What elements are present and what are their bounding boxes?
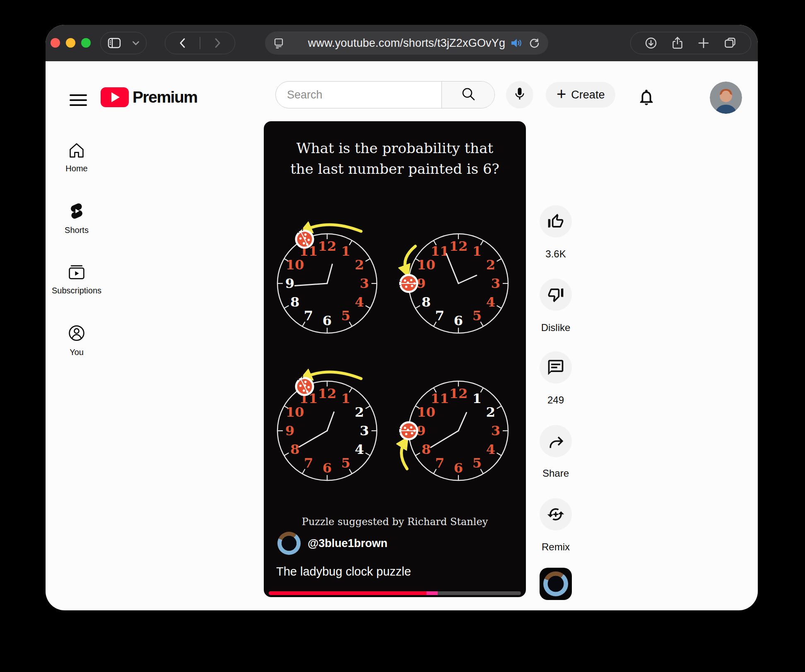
sidebar-item-you[interactable]: You <box>46 324 108 357</box>
search-button[interactable] <box>441 82 494 108</box>
svg-text:6: 6 <box>454 460 463 476</box>
youtube-premium-logo[interactable]: Premium <box>101 87 197 107</box>
chevron-down-icon[interactable] <box>132 41 140 46</box>
address-bar[interactable]: www.youtube.com/shorts/t3jZ2xGOvYg <box>265 31 548 55</box>
svg-text:10: 10 <box>286 404 304 420</box>
create-button[interactable]: + Create <box>546 82 615 108</box>
notifications-button[interactable] <box>637 88 656 108</box>
audio-playing-icon[interactable] <box>511 38 522 48</box>
zoom-window-button[interactable] <box>81 38 91 48</box>
like-button[interactable] <box>540 205 572 238</box>
svg-text:2: 2 <box>355 257 364 273</box>
menu-button[interactable] <box>69 92 88 108</box>
svg-text:10: 10 <box>286 257 304 273</box>
downloads-icon[interactable] <box>645 37 657 49</box>
sidebar-item-home[interactable]: Home <box>46 142 108 173</box>
home-icon <box>67 142 86 158</box>
channel-row: @3blue1brown <box>277 532 388 555</box>
comments-button[interactable] <box>540 351 572 384</box>
svg-text:9: 9 <box>285 276 294 291</box>
svg-text:8: 8 <box>422 442 431 457</box>
remix-icon <box>547 505 565 523</box>
svg-text:2: 2 <box>486 404 495 420</box>
svg-text:10: 10 <box>417 257 436 273</box>
like-count: 3.6K <box>523 248 589 260</box>
svg-text:7: 7 <box>304 308 313 324</box>
svg-text:7: 7 <box>435 455 444 471</box>
shorts-icon <box>67 202 86 220</box>
svg-text:12: 12 <box>449 238 468 254</box>
svg-text:4: 4 <box>486 442 495 457</box>
microphone-icon <box>512 86 527 103</box>
svg-text:4: 4 <box>355 442 364 457</box>
comments-count: 249 <box>523 394 589 406</box>
svg-text:11: 11 <box>431 391 449 406</box>
remix-label: Remix <box>523 541 589 553</box>
svg-text:3: 3 <box>491 276 500 291</box>
svg-text:4: 4 <box>486 294 495 310</box>
dislike-button[interactable] <box>540 278 572 311</box>
youtube-play-icon <box>101 87 129 107</box>
svg-text:12: 12 <box>318 386 337 401</box>
comment-icon <box>547 358 565 377</box>
nav-divider <box>200 37 200 49</box>
bell-icon <box>637 101 656 108</box>
channel-avatar[interactable] <box>277 532 301 555</box>
close-window-button[interactable] <box>51 38 60 48</box>
tab-overview-icon[interactable] <box>723 37 737 49</box>
svg-text:1: 1 <box>472 391 482 406</box>
nav-button-group <box>165 32 235 54</box>
attribution-text: Puzzle suggested by Richard Stanley <box>264 516 526 528</box>
svg-text:6: 6 <box>323 460 332 476</box>
channel-handle[interactable]: @3blue1brown <box>308 537 388 550</box>
channel-thumbnail[interactable] <box>540 568 572 600</box>
browser-window: www.youtube.com/shorts/t3jZ2xGOvYg <box>46 25 758 610</box>
svg-text:5: 5 <box>341 308 350 324</box>
minimize-window-button[interactable] <box>66 38 75 48</box>
share-button[interactable] <box>540 425 572 457</box>
video-title: The ladybug clock puzzle <box>276 565 411 578</box>
svg-text:1: 1 <box>341 243 350 259</box>
video-question-text: What is the probability that the last nu… <box>264 138 526 179</box>
svg-text:5: 5 <box>472 455 482 471</box>
sidebar-item-label: Subscriptions <box>46 286 108 295</box>
svg-text:3: 3 <box>491 423 500 439</box>
url-text: www.youtube.com/shorts/t3jZ2xGOvYg <box>265 37 548 50</box>
svg-text:8: 8 <box>422 294 431 310</box>
clock-top-left: 123456789101112 <box>265 221 389 346</box>
sidebar-toggle-icon[interactable] <box>107 37 121 49</box>
svg-text:7: 7 <box>304 455 313 471</box>
forward-button[interactable] <box>213 38 222 48</box>
shorts-video-player[interactable]: What is the probability that the last nu… <box>264 121 526 597</box>
sidebar-item-shorts[interactable]: Shorts <box>46 202 108 235</box>
svg-text:6: 6 <box>454 313 463 329</box>
sidebar-item-label: Home <box>46 164 108 173</box>
back-button[interactable] <box>178 38 187 48</box>
progress-scrubber[interactable] <box>427 591 438 595</box>
remix-button[interactable] <box>540 498 572 530</box>
clock-top-right: 123456789101112 <box>396 221 521 346</box>
svg-text:12: 12 <box>318 238 337 254</box>
voice-search-button[interactable] <box>506 81 533 108</box>
svg-text:6: 6 <box>323 313 332 329</box>
svg-text:5: 5 <box>472 308 482 324</box>
clock-bottom-right: 123456789101112 <box>396 369 521 493</box>
progress-played <box>269 591 427 595</box>
you-icon <box>67 324 86 342</box>
progress-bar[interactable] <box>269 591 521 595</box>
sidebar-item-subscriptions[interactable]: Subscriptions <box>46 263 108 295</box>
page-settings-icon[interactable] <box>273 38 284 48</box>
browser-toolbar: www.youtube.com/shorts/t3jZ2xGOvYg <box>46 25 758 61</box>
3blue1brown-logo <box>543 571 568 596</box>
svg-text:2: 2 <box>486 257 495 273</box>
new-tab-icon[interactable] <box>698 37 709 49</box>
search-placeholder: Search <box>287 89 323 101</box>
account-avatar[interactable] <box>710 82 742 114</box>
svg-text:4: 4 <box>355 294 364 310</box>
svg-text:10: 10 <box>417 404 436 420</box>
reload-icon[interactable] <box>529 38 540 49</box>
svg-text:8: 8 <box>290 442 299 457</box>
search-bar: Search <box>275 81 495 108</box>
search-input[interactable]: Search <box>276 82 441 108</box>
share-page-icon[interactable] <box>671 36 684 50</box>
